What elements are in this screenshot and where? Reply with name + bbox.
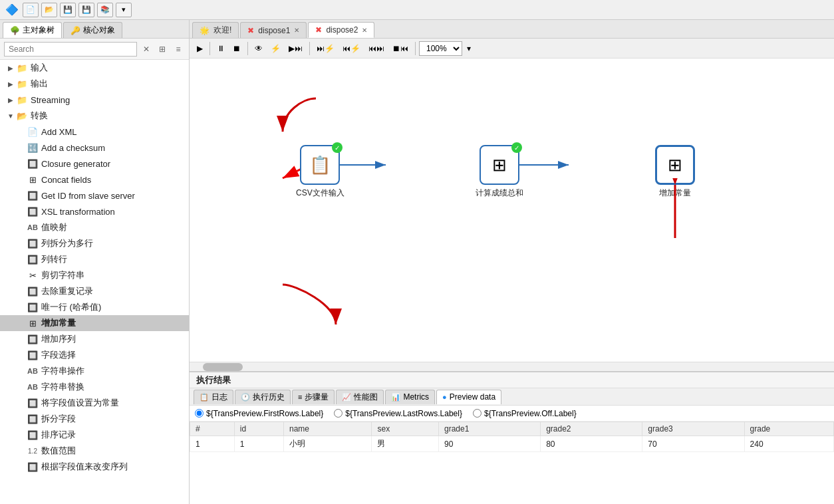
step-btn3[interactable]: ⏮⏭ (365, 41, 388, 56)
tab-steps[interactable]: ≡ 步骤量 (292, 390, 335, 404)
tab-dispose2[interactable]: ✖ dispose2 ✕ (308, 22, 374, 38)
run-step-button[interactable]: ⚡ (267, 41, 284, 56)
save-as-button[interactable]: 💾 (78, 3, 94, 17)
flow-node-csv[interactable]: 📋 ✓ CSV文件输入 (296, 145, 345, 199)
tab-perf[interactable]: 📈 性能图 (336, 390, 384, 404)
layers-button[interactable]: 📚 (97, 3, 113, 17)
tree-item-split-field[interactable]: 🔲 拆分字段 (0, 411, 189, 427)
flow-arrows (190, 59, 834, 371)
tab-metrics[interactable]: 📊 Metrics (385, 390, 435, 404)
tab-log[interactable]: 📋 日志 (194, 390, 233, 404)
tree-item-sort-rows[interactable]: 🔲 排序记录 (0, 427, 189, 443)
tab-core-objects[interactable]: 🔑 核心对象 (63, 22, 122, 38)
title-bar: 🔷 📄 📂 💾 💾 📚 ▾ (0, 0, 834, 20)
run-resume-button[interactable]: ▶⏭ (285, 41, 306, 56)
pause-button[interactable]: ⏸ (213, 41, 228, 56)
tree-item-output[interactable]: ▶ 📁 输出 (0, 76, 189, 92)
tree-item-field-select[interactable]: 🔲 字段选择 (0, 347, 189, 363)
execution-results-title: 执行结果 (190, 372, 834, 388)
dispose2-icon: ✖ (315, 25, 322, 35)
file-icon: AB (27, 223, 39, 231)
file-icon: 🔲 (27, 191, 39, 201)
tree-item-closure[interactable]: 🔲 Closure generator (0, 156, 189, 172)
file-icon: 🔲 (27, 462, 39, 472)
last-rows-label: ${TransPreview.LastRows.Label} (345, 409, 462, 418)
tab-welcome[interactable]: 🌟 欢迎! (192, 22, 239, 38)
tree-item-streaming[interactable]: ▶ 📁 Streaming (0, 92, 189, 108)
file-icon: 🔲 (27, 207, 39, 217)
first-rows-radio[interactable] (195, 409, 204, 418)
off-option[interactable]: ${TransPreview.Off.Label} (473, 409, 577, 418)
search-input[interactable] (4, 42, 137, 57)
csv-badge: ✓ (332, 142, 343, 153)
step-btn4[interactable]: ⏹⏮ (389, 41, 412, 56)
first-rows-option[interactable]: ${TransPreview.FirstRows.Label} (195, 409, 323, 418)
tree-item-dedup[interactable]: 🔲 去除重复记录 (0, 283, 189, 299)
tree-item-valuemap[interactable]: AB 值映射 (0, 219, 189, 235)
preview-label: Preview data (450, 392, 495, 402)
tree-item-transform[interactable]: ▼ 📂 转换 (0, 108, 189, 124)
preview-button[interactable]: 👁 (251, 41, 266, 56)
tree-item-xsl[interactable]: 🔲 XSL transformation (0, 203, 189, 219)
canvas-hscroll[interactable] (190, 362, 834, 371)
open-button[interactable]: 📂 (41, 3, 57, 17)
tree-label: Closure generator (41, 159, 110, 169)
tree-item-cutstring[interactable]: ✂ 剪切字符串 (0, 267, 189, 283)
search-icon-btn[interactable]: ⊞ (156, 43, 169, 56)
dispose1-close-button[interactable]: ✕ (294, 27, 299, 34)
new-file-button[interactable]: 📄 (23, 3, 39, 17)
canvas-area[interactable]: 📋 ✓ CSV文件输入 ⊞ ✓ 计算成绩总和 (190, 59, 834, 371)
tree-item-add-checksum[interactable]: 🔣 Add a checksum (0, 140, 189, 156)
dispose1-label: dispose1 (258, 26, 290, 35)
tab-history[interactable]: 🕐 执行历史 (235, 390, 291, 404)
tree-item-unique[interactable]: 🔲 唯一行 (哈希值) (0, 299, 189, 315)
dispose2-close-button[interactable]: ✕ (362, 27, 367, 34)
zoom-select[interactable]: 100% 75% 50% 150% (419, 41, 462, 56)
step-btn1[interactable]: ⏭⚡ (313, 41, 338, 56)
tab-main-objects[interactable]: 🌳 主对象树 (3, 22, 62, 38)
editor-tab-bar: 🌟 欢迎! ✖ dispose1 ✕ ✖ dispose2 ✕ (190, 20, 834, 39)
step-btn2[interactable]: ⏮⚡ (339, 41, 364, 56)
flow-node-addconst[interactable]: ⊞ 增加常量 (655, 145, 695, 199)
col-grade1: grade1 (438, 422, 540, 436)
hscroll-thumb (203, 363, 243, 371)
stop-button[interactable]: ⏹ (229, 41, 244, 56)
history-label: 执行历史 (253, 392, 285, 403)
flow-node-calc[interactable]: ⊞ ✓ 计算成绩总和 (476, 145, 523, 199)
tree-item-add-xml[interactable]: 📄 Add XML (0, 124, 189, 140)
tree-item-input[interactable]: ▶ 📁 输入 (0, 60, 189, 76)
tree-item-getid[interactable]: 🔲 Get ID from slave server (0, 188, 189, 203)
welcome-icon: 🌟 (200, 26, 209, 35)
tab-dispose1[interactable]: ✖ dispose1 ✕ (240, 22, 307, 38)
last-rows-radio[interactable] (334, 409, 343, 418)
last-rows-option[interactable]: ${TransPreview.LastRows.Label} (334, 409, 462, 418)
zoom-dropdown-btn[interactable]: ▾ (464, 41, 474, 56)
tree-item-string-op[interactable]: AB 字符串操作 (0, 363, 189, 379)
save-button[interactable]: 💾 (60, 3, 76, 17)
search-bar: ✕ ⊞ ≡ (0, 39, 189, 60)
tree-item-set-field-const[interactable]: 🔲 将字段值设置为常量 (0, 395, 189, 411)
dropdown-button[interactable]: ▾ (116, 3, 132, 17)
off-radio[interactable] (473, 409, 482, 418)
tree-item-rowtrans[interactable]: 🔲 列转行 (0, 251, 189, 267)
core-objects-label: 核心对象 (83, 25, 115, 36)
tree-label: XSL transformation (41, 207, 115, 217)
tree-label: 唯一行 (哈希值) (41, 301, 101, 313)
table-cell: 70 (642, 436, 744, 452)
tree-item-splitrows[interactable]: 🔲 列拆分为多行 (0, 235, 189, 251)
file-icon: 🔲 (27, 334, 39, 344)
red-arrow-2 (276, 278, 343, 333)
tree-item-change-seq[interactable]: 🔲 根据字段值来改变序列 (0, 459, 189, 475)
search-clear-button[interactable]: ✕ (140, 43, 153, 56)
tree-item-add-constant[interactable]: ⊞ 增加常量 (0, 315, 189, 331)
tree-item-concat[interactable]: ⊞ Concat fields (0, 172, 189, 188)
title-bar-actions: 📄 📂 💾 💾 📚 ▾ (23, 3, 132, 17)
tab-preview[interactable]: ● Preview data (436, 390, 501, 404)
steps-label: 步骤量 (305, 392, 329, 403)
tree-item-num-range[interactable]: 1.2 数值范围 (0, 443, 189, 459)
tree-item-add-seq[interactable]: 🔲 增加序列 (0, 331, 189, 347)
tree-item-string-replace[interactable]: AB 字符串替换 (0, 379, 189, 395)
search-list-btn[interactable]: ≡ (172, 43, 185, 56)
addconst-icon: ⊞ (668, 155, 682, 176)
run-button[interactable]: ▶ (194, 41, 206, 56)
